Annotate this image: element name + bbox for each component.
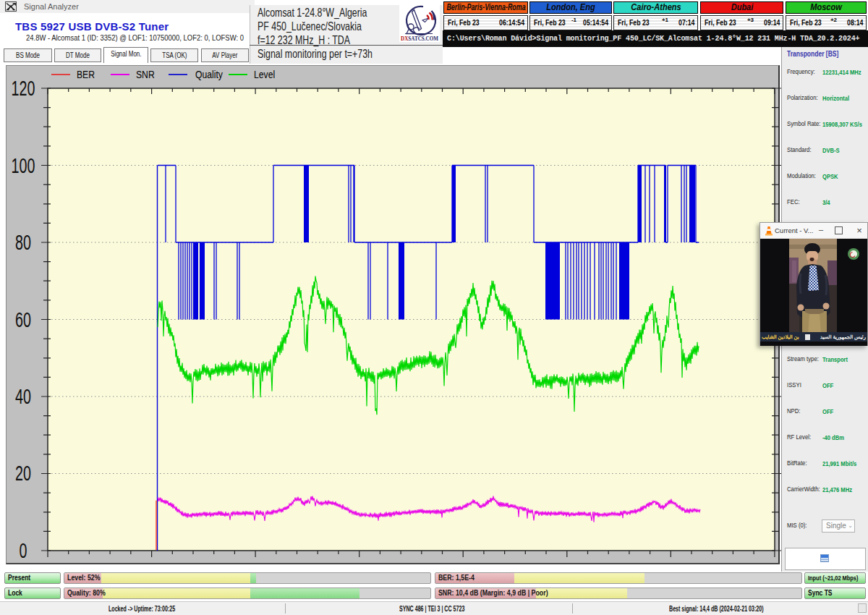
svg-text:رئيس الجمهورية السيد: رئيس الجمهورية السيد	[820, 334, 867, 340]
svg-text:بن البلادين الشايب: بن البلادين الشايب	[762, 334, 799, 340]
svg-text:DXSATCS.COM: DXSATCS.COM	[401, 35, 438, 42]
